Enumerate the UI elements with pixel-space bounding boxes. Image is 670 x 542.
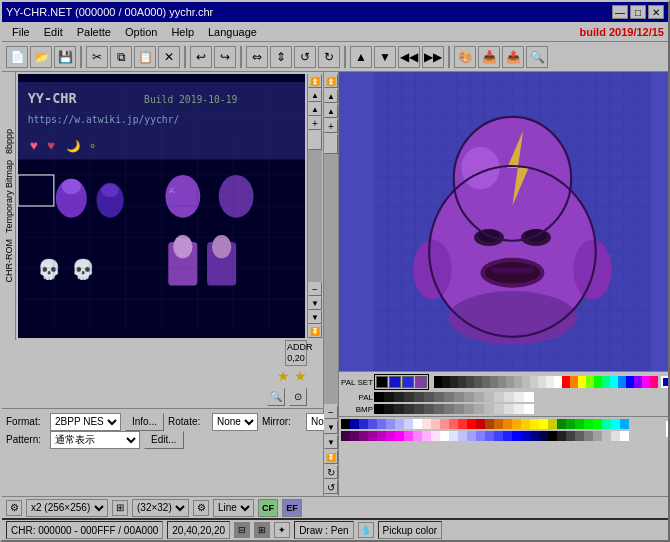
pal-swatch[interactable] bbox=[384, 392, 394, 402]
chr-scroll-up3[interactable]: ▲ bbox=[308, 102, 322, 116]
zoom-button[interactable]: 🔍 bbox=[526, 46, 548, 68]
lower-swatch[interactable] bbox=[413, 431, 422, 441]
wide-swatch[interactable] bbox=[650, 376, 658, 388]
chr-scroll-track[interactable] bbox=[308, 130, 322, 282]
chr-scroll-down3[interactable]: ▼ bbox=[308, 296, 322, 310]
wide-swatch[interactable] bbox=[634, 376, 642, 388]
wide-swatch[interactable] bbox=[546, 376, 554, 388]
bmp-swatch[interactable] bbox=[494, 404, 504, 414]
wide-swatch[interactable] bbox=[602, 376, 610, 388]
lower-swatch[interactable] bbox=[503, 419, 512, 429]
lower-swatch[interactable] bbox=[548, 431, 557, 441]
mid-arrow-top[interactable]: ⏫ bbox=[324, 74, 338, 88]
format-select[interactable]: 2BPP NES bbox=[50, 413, 121, 431]
lower-swatch[interactable] bbox=[611, 419, 620, 429]
menu-palette[interactable]: Palette bbox=[71, 24, 117, 40]
lower-swatch[interactable] bbox=[458, 419, 467, 429]
color-button[interactable]: 🎨 bbox=[454, 46, 476, 68]
chr-scroll-thumb[interactable] bbox=[308, 130, 322, 150]
mid-arrow-bot[interactable]: ⏬ bbox=[324, 450, 338, 464]
pal-swatch[interactable] bbox=[514, 392, 524, 402]
mid-arrow-plus[interactable]: + bbox=[324, 119, 338, 133]
mid-scroll-thumb[interactable] bbox=[324, 134, 338, 154]
pal-swatch[interactable] bbox=[434, 392, 444, 402]
pal-swatch[interactable] bbox=[524, 392, 534, 402]
wide-swatch[interactable] bbox=[610, 376, 618, 388]
mid-arrow-down2[interactable]: ▼ bbox=[324, 435, 338, 449]
import-button[interactable]: 📥 bbox=[478, 46, 500, 68]
rotate-right-button[interactable]: ↻ bbox=[318, 46, 340, 68]
lower-swatch[interactable] bbox=[620, 419, 629, 429]
bmp-swatch[interactable] bbox=[394, 404, 404, 414]
lower-swatch[interactable] bbox=[350, 431, 359, 441]
pal-swatch[interactable] bbox=[394, 392, 404, 402]
wide-swatch[interactable] bbox=[458, 376, 466, 388]
lower-swatch[interactable] bbox=[485, 419, 494, 429]
lower-swatch[interactable] bbox=[530, 431, 539, 441]
lower-swatch[interactable] bbox=[440, 431, 449, 441]
wide-swatch[interactable] bbox=[626, 376, 634, 388]
menu-edit[interactable]: Edit bbox=[38, 24, 69, 40]
bmp-swatch[interactable] bbox=[404, 404, 414, 414]
lower-swatch[interactable] bbox=[395, 419, 404, 429]
lower-swatch[interactable] bbox=[611, 431, 620, 441]
export-button[interactable]: 📤 bbox=[502, 46, 524, 68]
wide-swatch[interactable] bbox=[594, 376, 602, 388]
lower-swatch[interactable] bbox=[557, 431, 566, 441]
lower-swatch[interactable] bbox=[431, 419, 440, 429]
tile-select[interactable]: (32×32) bbox=[132, 499, 189, 517]
wide-swatch[interactable] bbox=[450, 376, 458, 388]
mid-arrow-up2[interactable]: ▲ bbox=[324, 89, 338, 103]
lower-swatch[interactable] bbox=[485, 431, 494, 441]
mid-arrow-ccw[interactable]: ↺ bbox=[324, 480, 338, 494]
lower-swatch[interactable] bbox=[584, 419, 593, 429]
wide-swatch[interactable] bbox=[642, 376, 650, 388]
wide-swatch[interactable] bbox=[554, 376, 562, 388]
draw-canvas[interactable] bbox=[339, 72, 668, 371]
bmp-swatch[interactable] bbox=[444, 404, 454, 414]
lower-swatch[interactable] bbox=[512, 419, 521, 429]
pal-swatch[interactable] bbox=[404, 392, 414, 402]
bmp-swatch[interactable] bbox=[464, 404, 474, 414]
lower-swatch[interactable] bbox=[512, 431, 521, 441]
pal-swatch[interactable] bbox=[464, 392, 474, 402]
lower-swatch[interactable] bbox=[521, 419, 530, 429]
rotate-left-button[interactable]: ↺ bbox=[294, 46, 316, 68]
lower-swatch[interactable] bbox=[566, 419, 575, 429]
lower-swatch[interactable] bbox=[566, 431, 575, 441]
rotate-select[interactable]: None bbox=[212, 413, 258, 431]
lower-swatch[interactable] bbox=[557, 419, 566, 429]
wide-swatch[interactable] bbox=[514, 376, 522, 388]
redo-button[interactable]: ↪ bbox=[214, 46, 236, 68]
star-btn-1[interactable]: ★ bbox=[277, 368, 290, 384]
lower-swatch[interactable] bbox=[467, 419, 476, 429]
pal-swatch[interactable] bbox=[494, 392, 504, 402]
lower-swatch[interactable] bbox=[368, 419, 377, 429]
wide-swatch[interactable] bbox=[538, 376, 546, 388]
palset-color-3[interactable] bbox=[415, 376, 427, 388]
chr-scroll-plus[interactable]: + bbox=[308, 116, 322, 130]
scroll-right-button[interactable]: ▶▶ bbox=[422, 46, 444, 68]
bmp-swatch[interactable] bbox=[474, 404, 484, 414]
delete-button[interactable]: ✕ bbox=[158, 46, 180, 68]
chr-scroll-up[interactable]: ⏫ bbox=[308, 74, 322, 88]
lower-swatch[interactable] bbox=[359, 419, 368, 429]
cut-button[interactable]: ✂ bbox=[86, 46, 108, 68]
pal-swatch[interactable] bbox=[474, 392, 484, 402]
lower-swatch[interactable] bbox=[377, 419, 386, 429]
chr-scroll-minus[interactable]: − bbox=[308, 282, 322, 296]
palset-color-1[interactable] bbox=[389, 376, 401, 388]
lower-swatch[interactable] bbox=[422, 419, 431, 429]
bmp-swatch[interactable] bbox=[484, 404, 494, 414]
lower-swatch[interactable] bbox=[440, 419, 449, 429]
lower-swatch[interactable] bbox=[575, 419, 584, 429]
undo-button[interactable]: ↩ bbox=[190, 46, 212, 68]
pal-swatch[interactable] bbox=[424, 392, 434, 402]
lower-swatch[interactable] bbox=[530, 419, 539, 429]
pal-swatch[interactable] bbox=[414, 392, 424, 402]
selected-swatch[interactable] bbox=[661, 376, 668, 388]
scroll-up-button[interactable]: ▲ bbox=[350, 46, 372, 68]
minimize-button[interactable]: — bbox=[612, 5, 628, 19]
pattern-select[interactable]: 通常表示 bbox=[50, 431, 140, 449]
bmp-swatch[interactable] bbox=[434, 404, 444, 414]
